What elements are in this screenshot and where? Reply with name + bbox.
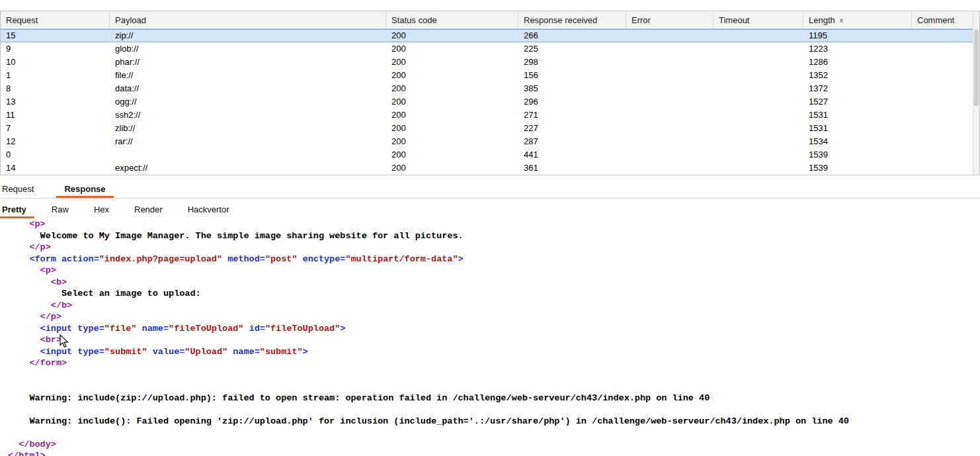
cell-payload: expect:// <box>110 161 386 175</box>
cell-status_code: 200 <box>386 95 518 109</box>
cell-comment <box>912 122 979 135</box>
cell-comment <box>912 161 979 175</box>
header-cell-response_received[interactable]: Response received <box>518 11 626 28</box>
column-label: Comment <box>917 15 954 25</box>
code-line: </p> <box>8 242 980 253</box>
cell-length: 1195 <box>803 29 912 42</box>
cell-comment <box>912 95 979 109</box>
header-cell-error[interactable]: Error <box>626 11 714 28</box>
cell-payload <box>110 148 386 161</box>
tab-raw[interactable]: Raw <box>44 200 77 218</box>
cell-length: 1352 <box>803 69 912 82</box>
sort-ascending-icon: ∧ <box>839 17 844 24</box>
cell-timeout <box>714 161 803 175</box>
cell-length: 1534 <box>803 135 912 148</box>
cell-request: 13 <box>1 95 110 109</box>
cell-request: 14 <box>1 161 110 175</box>
results-table-body: 15zip://20026611959glob://200225122310ph… <box>1 29 979 175</box>
header-cell-comment[interactable]: Comment <box>912 11 979 28</box>
intruder-results-table: RequestPayloadStatus codeResponse receiv… <box>0 11 980 175</box>
cell-length: 1286 <box>803 56 912 69</box>
code-line: <p> <box>8 218 980 230</box>
cell-length: 1527 <box>803 95 912 109</box>
table-row[interactable]: 12rar://2002871534 <box>1 135 979 148</box>
cell-timeout <box>714 42 803 56</box>
tab-response[interactable]: Response <box>56 180 113 198</box>
cell-payload: file:// <box>110 69 386 82</box>
column-label: Request <box>6 15 38 25</box>
header-cell-timeout[interactable]: Timeout <box>714 11 803 28</box>
code-line <box>8 381 980 392</box>
cell-error <box>626 56 714 69</box>
code-line: </b> <box>8 300 980 312</box>
table-row[interactable]: 8data://2003851372 <box>1 82 979 95</box>
code-line: <p> <box>8 265 980 277</box>
cell-timeout <box>714 109 803 122</box>
tab-render[interactable]: Render <box>126 200 171 218</box>
cell-request: 11 <box>1 109 110 122</box>
header-cell-length[interactable]: Length∧ <box>803 11 912 28</box>
cell-comment <box>912 69 979 82</box>
code-line: Warning: include(zip://upload.php): fail… <box>8 392 980 404</box>
cell-error <box>626 161 714 175</box>
cell-status_code: 200 <box>386 42 518 56</box>
view-tabs: PrettyRawHexRenderHackvertor <box>0 200 980 218</box>
code-area[interactable]: <p> Welcome to My Image Manager. The sim… <box>0 218 980 456</box>
table-scrollbar[interactable] <box>973 11 979 175</box>
column-label: Timeout <box>719 15 749 25</box>
cell-request: 15 <box>1 29 110 42</box>
header-cell-status_code[interactable]: Status code <box>386 11 518 28</box>
table-row[interactable]: 7zlib://2002271531 <box>1 122 979 135</box>
header-cell-payload[interactable]: Payload <box>110 11 386 28</box>
header-cell-request[interactable]: Request <box>1 11 110 28</box>
cell-payload: rar:// <box>110 135 386 148</box>
table-row[interactable]: 1file://2001561352 <box>1 69 979 82</box>
tab-hex[interactable]: Hex <box>86 200 117 218</box>
cell-timeout <box>714 56 803 69</box>
mouse-cursor <box>60 334 69 349</box>
cell-comment <box>912 135 979 148</box>
tab-hackvertor[interactable]: Hackvertor <box>180 200 237 218</box>
cell-payload: ssh2:// <box>110 109 386 122</box>
table-row[interactable]: 15zip://2002661195 <box>1 29 979 42</box>
code-line: </body> <box>8 439 980 451</box>
cell-error <box>626 29 714 42</box>
cell-request: 0 <box>1 148 110 161</box>
cell-error <box>626 135 714 148</box>
tab-pretty[interactable]: Pretty <box>0 200 34 218</box>
table-row[interactable]: 02004411539 <box>1 148 979 161</box>
cell-timeout <box>714 82 803 95</box>
tab-request[interactable]: Request <box>0 180 42 198</box>
code-line: Welcome to My Image Manager. The simple … <box>8 230 980 242</box>
table-row[interactable]: 14expect://2003611539 <box>1 161 979 175</box>
cell-status_code: 200 <box>386 148 518 161</box>
code-line: </p> <box>8 311 980 323</box>
cell-length: 1531 <box>803 122 912 135</box>
cell-response_received: 227 <box>518 122 626 135</box>
code-line <box>8 427 980 439</box>
cell-length: 1539 <box>803 161 912 175</box>
cell-payload: ogg:// <box>110 95 386 109</box>
cell-length: 1539 <box>803 148 912 161</box>
scrollbar-thumb[interactable] <box>974 30 979 106</box>
code-line: <input type="submit" value="Upload" name… <box>8 346 980 358</box>
cell-request: 8 <box>1 82 110 95</box>
cell-payload: zlib:// <box>110 122 386 135</box>
table-row[interactable]: 9glob://2002251223 <box>1 42 979 56</box>
code-line: <br> <box>8 334 980 346</box>
cell-comment <box>912 82 979 95</box>
table-row[interactable]: 13ogg://2002961527 <box>1 95 979 109</box>
column-label: Error <box>632 15 651 25</box>
cell-error <box>626 148 714 161</box>
cell-status_code: 200 <box>386 29 518 42</box>
cell-comment <box>912 56 979 69</box>
cell-response_received: 271 <box>518 109 626 122</box>
cell-request: 10 <box>1 56 110 69</box>
cell-error <box>626 82 714 95</box>
table-row[interactable]: 10phar://2002981286 <box>1 56 979 69</box>
cell-status_code: 200 <box>386 69 518 82</box>
cell-length: 1531 <box>803 109 912 122</box>
table-row[interactable]: 11ssh2://2002711531 <box>1 109 979 122</box>
cell-length: 1372 <box>803 82 912 95</box>
cell-response_received: 441 <box>518 148 626 161</box>
